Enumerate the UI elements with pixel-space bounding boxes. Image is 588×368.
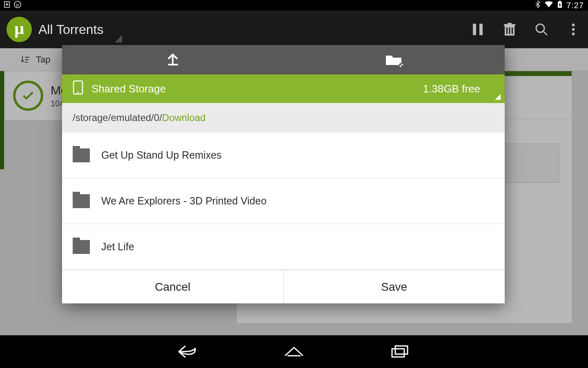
folder-icon (73, 194, 90, 208)
svg-rect-9 (508, 23, 512, 24)
up-arrow-icon (165, 52, 180, 67)
app-action-bar: µ All Torrents (0, 11, 588, 48)
svg-rect-19 (395, 346, 408, 354)
folder-name: We Are Explorers - 3D Printed Video (101, 195, 267, 207)
home-button[interactable] (282, 343, 306, 360)
svg-rect-16 (572, 28, 575, 31)
folder-row[interactable]: Get Up Stand Up Remixes (62, 132, 505, 178)
folder-icon (73, 240, 90, 254)
search-button[interactable] (533, 21, 550, 38)
android-status-bar: µ 7:27 (0, 0, 588, 11)
svg-rect-12 (512, 27, 513, 34)
svg-rect-17 (572, 33, 575, 35)
storage-selector[interactable]: Shared Storage 1.38GB free (62, 74, 505, 103)
battery-charging-icon (557, 1, 562, 10)
svg-text:µ: µ (16, 2, 19, 7)
folder-icon (73, 148, 90, 162)
sort-icon (20, 55, 30, 65)
pause-button[interactable] (470, 21, 486, 38)
folder-row[interactable]: We Are Explorers - 3D Printed Video (62, 178, 505, 224)
dropdown-indicator-icon (495, 94, 501, 100)
svg-point-13 (536, 24, 544, 32)
svg-rect-11 (509, 27, 510, 34)
new-folder-button[interactable] (283, 45, 505, 74)
overflow-menu-button[interactable] (565, 21, 581, 38)
save-button[interactable]: Save (283, 270, 505, 303)
svg-line-14 (543, 31, 547, 35)
cancel-button[interactable]: Cancel (62, 270, 283, 303)
selection-indicator (0, 71, 4, 169)
device-icon (73, 80, 83, 98)
spinner-indicator-icon[interactable] (115, 35, 122, 43)
current-path: /storage/emulated/0/Download (62, 103, 505, 132)
svg-rect-8 (504, 24, 515, 26)
recents-button[interactable] (388, 343, 412, 360)
svg-rect-15 (572, 24, 575, 26)
status-clock: 7:27 (566, 1, 584, 10)
completed-check-icon (13, 81, 43, 111)
svg-rect-5 (473, 24, 476, 35)
folder-picker-dialog: Shared Storage 1.38GB free /storage/emul… (62, 45, 505, 303)
path-leaf: Download (162, 112, 206, 123)
svg-point-25 (77, 92, 79, 93)
dialog-button-bar: Cancel Save (62, 270, 505, 303)
path-prefix: /storage/emulated/0/ (73, 112, 162, 123)
up-directory-button[interactable] (62, 45, 283, 74)
svg-rect-6 (479, 24, 483, 35)
download-notif-icon (4, 1, 10, 9)
new-folder-icon (385, 52, 403, 67)
screen-title[interactable]: All Torrents (38, 22, 103, 37)
storage-label: Shared Storage (91, 83, 166, 95)
utorrent-notif-icon: µ (14, 1, 21, 10)
back-button[interactable] (176, 343, 200, 360)
delete-button[interactable] (501, 21, 518, 38)
svg-rect-18 (392, 349, 404, 357)
utorrent-logo-icon[interactable]: µ (7, 17, 32, 42)
folder-row[interactable]: Jet Life (62, 224, 505, 270)
folder-name: Get Up Stand Up Remixes (101, 149, 222, 161)
svg-rect-10 (506, 27, 508, 34)
bluetooth-icon (535, 1, 540, 10)
dialog-toolbar (62, 45, 505, 74)
filter-hint: Tap (36, 54, 50, 65)
free-space: 1.38GB free (423, 83, 480, 95)
android-nav-bar (0, 335, 588, 368)
wifi-icon (544, 1, 553, 9)
folder-name: Jet Life (101, 241, 134, 253)
svg-rect-4 (559, 1, 561, 2)
